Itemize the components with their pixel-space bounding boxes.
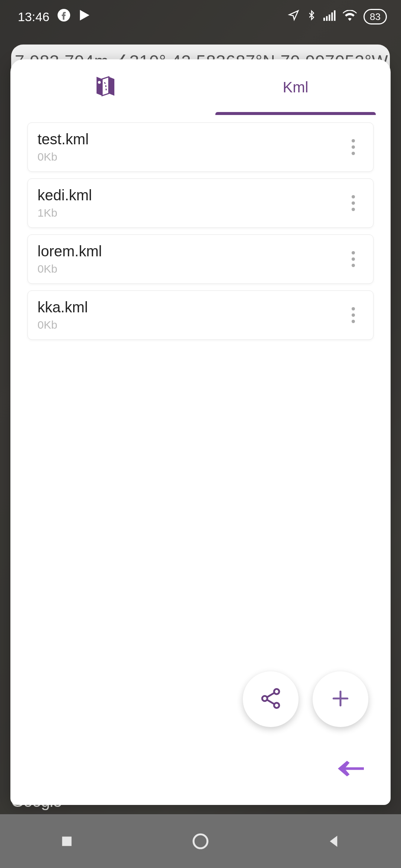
file-size: 1Kb <box>38 207 92 219</box>
svg-point-15 <box>193 834 208 848</box>
svg-rect-4 <box>331 12 333 21</box>
svg-rect-1 <box>323 17 325 21</box>
location-icon <box>288 9 300 24</box>
file-size: 0Kb <box>38 263 102 275</box>
nav-recent-button[interactable] <box>53 828 80 855</box>
file-name: lorem.kml <box>38 243 102 260</box>
add-button[interactable] <box>313 671 368 727</box>
status-bar: 13:46 83 <box>0 0 401 33</box>
kml-sheet: Kml test.kml 0Kb kedi.kml 1Kb lorem.kml … <box>10 59 391 805</box>
tabs: Kml <box>10 59 391 115</box>
list-item[interactable]: test.kml 0Kb <box>27 122 374 172</box>
file-name: kedi.kml <box>38 187 92 204</box>
file-name: kka.kml <box>38 299 88 316</box>
more-menu-icon[interactable] <box>346 307 361 323</box>
svg-rect-2 <box>326 16 327 21</box>
signal-icon <box>323 10 336 24</box>
list-item[interactable]: kedi.kml 1Kb <box>27 178 374 228</box>
svg-rect-5 <box>334 10 335 20</box>
battery-indicator: 83 <box>363 9 387 24</box>
share-button[interactable] <box>243 671 299 727</box>
bluetooth-icon <box>306 9 317 24</box>
file-size: 0Kb <box>38 319 88 331</box>
tab-kml[interactable]: Kml <box>200 59 391 115</box>
back-button[interactable] <box>338 760 364 779</box>
map-fold-icon <box>92 72 119 102</box>
list-item[interactable]: lorem.kml 0Kb <box>27 234 374 284</box>
tab-kml-label: Kml <box>283 79 309 96</box>
svg-point-6 <box>98 81 101 84</box>
status-time: 13:46 <box>18 10 49 24</box>
play-icon <box>78 9 91 24</box>
arrow-left-icon <box>338 772 364 779</box>
file-name: test.kml <box>38 131 89 148</box>
svg-rect-14 <box>62 836 71 846</box>
plus-icon <box>330 688 351 710</box>
svg-point-8 <box>262 696 267 701</box>
file-size: 0Kb <box>38 151 89 163</box>
more-menu-icon[interactable] <box>346 195 361 211</box>
svg-point-7 <box>274 689 279 694</box>
more-menu-icon[interactable] <box>346 139 361 155</box>
share-icon <box>259 687 283 712</box>
svg-line-10 <box>267 693 274 697</box>
tab-map[interactable] <box>10 59 200 115</box>
facebook-icon <box>58 9 70 24</box>
svg-line-11 <box>267 700 274 704</box>
wifi-icon <box>343 10 357 24</box>
nav-home-button[interactable] <box>187 828 214 855</box>
more-menu-icon[interactable] <box>346 251 361 267</box>
android-nav-bar <box>0 814 401 868</box>
svg-point-9 <box>274 703 279 708</box>
list-item[interactable]: kka.kml 0Kb <box>27 290 374 340</box>
nav-back-button[interactable] <box>321 828 348 855</box>
svg-rect-3 <box>329 14 330 21</box>
